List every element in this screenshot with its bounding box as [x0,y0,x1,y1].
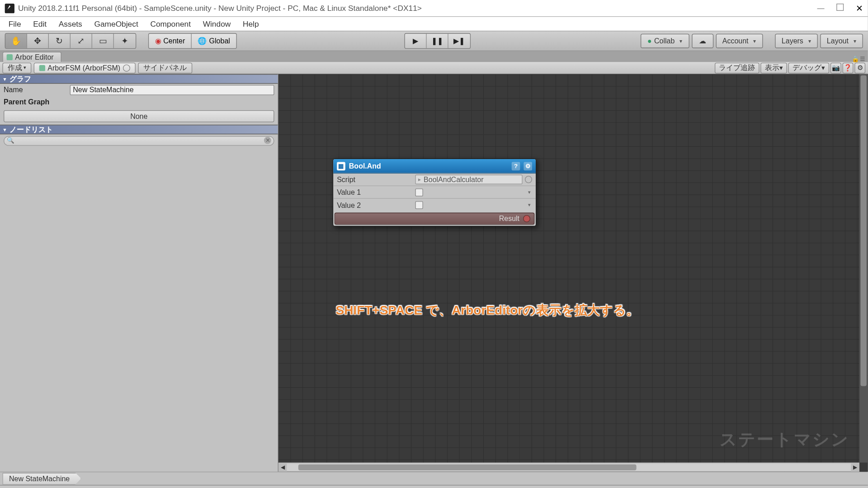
titlebar: Unity 2018.2.11f1 Personal (64bit) - Sam… [0,0,868,17]
result-port-icon[interactable] [523,215,530,222]
menu-file[interactable]: File [2,18,27,30]
breadcrumb-chip[interactable]: ArborFSM (ArborFSM) [34,62,136,73]
unity-logo-icon [5,3,14,13]
value2-slot-dropdown[interactable]: ▾ [526,202,532,208]
scroll-left-icon[interactable]: ◀ [278,463,287,471]
node-header[interactable]: ▦ Bool.And ? ⚙ [333,159,536,174]
scroll-right-icon[interactable]: ▶ [851,463,859,471]
script-field[interactable]: ▸BoolAndCalculator [415,175,522,184]
help-icon[interactable]: ❓ [843,62,854,73]
pivot-center-button[interactable]: ◉Center [149,34,192,48]
panel-menu-icon[interactable]: ☰ [860,56,865,62]
value1-slot-dropdown[interactable]: ▾ [526,189,532,195]
value2-label: Value 2 [337,201,415,210]
rotate-tool[interactable]: ↻ [49,34,71,48]
watermark-text: ステートマシン [720,428,850,451]
menu-assets[interactable]: Assets [52,18,88,30]
lock-icon[interactable]: 🔒 [852,56,859,62]
side-panel-button[interactable]: サイドパネル [138,62,192,73]
sub-toolbar: 作成 ArborFSM (ArborFSM) サイドパネル ライブ追跡 表示 ▾… [0,62,868,74]
arbor-icon [7,54,13,60]
name-label: Name [4,85,70,94]
result-output[interactable]: Result [335,213,535,225]
parent-graph-label: Parent Graph [4,98,70,106]
annotation-text: SHIFT+SPACE で、ArborEditorの表示を拡大する。 [335,302,639,319]
layers-dropdown[interactable]: Layers [775,34,818,48]
calculator-icon: ▦ [337,162,345,170]
parent-graph-none-button[interactable]: None [4,110,274,122]
script-label: Script [337,175,415,184]
name-input[interactable] [70,84,274,95]
sidebar: グラフ Name Parent Graph None ノードリスト [0,74,278,472]
maximize-button[interactable] [836,3,844,10]
vertical-scrollbar[interactable] [859,74,868,463]
breadcrumb-root[interactable]: New StateMachine [2,473,81,485]
scale-tool[interactable]: ⤢ [71,34,92,48]
account-dropdown[interactable]: Account [716,34,763,48]
cloud-button[interactable]: ☁ [692,34,713,48]
menu-gameobject[interactable]: GameObject [88,18,144,30]
layout-dropdown[interactable]: Layout [820,34,863,48]
debug-dropdown[interactable]: デバッグ ▾ [788,62,830,73]
settings-icon[interactable]: ⚙ [854,62,865,73]
move-tool[interactable]: ✥ [27,34,49,48]
target-picker-icon[interactable] [123,64,130,71]
menu-edit[interactable]: Edit [27,18,53,30]
tab-arbor-editor[interactable]: Arbor Editor [2,52,61,62]
nodelist-section-header[interactable]: ノードリスト [0,125,278,134]
node-search-input[interactable] [4,136,274,145]
fsm-icon [39,65,45,70]
create-dropdown[interactable]: 作成 [2,62,31,73]
script-picker-icon[interactable] [525,176,532,183]
menubar: File Edit Assets GameObject Component Wi… [0,17,868,31]
bottom-breadcrumb: New StateMachine [0,472,868,485]
menu-component[interactable]: Component [144,18,197,30]
play-button[interactable]: ▶ [405,34,427,48]
pivot-global-button[interactable]: 🌐Global [192,34,236,48]
graph-canvas-wrap: ▦ Bool.And ? ⚙ Script ▸BoolAndCalculator [278,74,868,472]
close-button[interactable]: ✕ [856,3,863,13]
transform-tool[interactable]: ✦ [114,34,136,48]
statusbar [0,485,868,488]
menu-window[interactable]: Window [197,18,236,30]
graph-canvas[interactable]: ▦ Bool.And ? ⚙ Script ▸BoolAndCalculator [278,74,868,472]
toolbar: ✋ ✥ ↻ ⤢ ▭ ✦ ◉Center 🌐Global ▶ ❚❚ ▶❚ ●Col… [0,31,868,51]
window-title: Unity 2018.2.11f1 Personal (64bit) - Sam… [18,4,817,13]
node-gear-icon[interactable]: ⚙ [524,162,532,170]
node-bool-and[interactable]: ▦ Bool.And ? ⚙ Script ▸BoolAndCalculator [333,159,537,227]
collab-dropdown[interactable]: ●Collab [641,34,689,48]
node-help-icon[interactable]: ? [512,162,520,170]
horizontal-scrollbar[interactable]: ◀ ▶ [278,463,859,472]
minimize-button[interactable] [817,8,825,9]
value2-checkbox[interactable] [415,201,423,209]
step-button[interactable]: ▶❚ [448,34,470,48]
value1-checkbox[interactable] [415,188,423,196]
live-track-button[interactable]: ライブ追跡 [715,62,760,73]
graph-section-header[interactable]: グラフ [0,74,278,84]
rect-tool[interactable]: ▭ [92,34,114,48]
pause-button[interactable]: ❚❚ [427,34,448,48]
hand-tool[interactable]: ✋ [5,34,27,48]
panel-tab-row: Arbor Editor 🔒 ☰ [0,51,868,62]
capture-icon[interactable]: 📷 [830,62,841,73]
value1-label: Value 1 [337,188,415,197]
menu-help[interactable]: Help [237,18,265,30]
view-dropdown[interactable]: 表示 ▾ [760,62,787,73]
